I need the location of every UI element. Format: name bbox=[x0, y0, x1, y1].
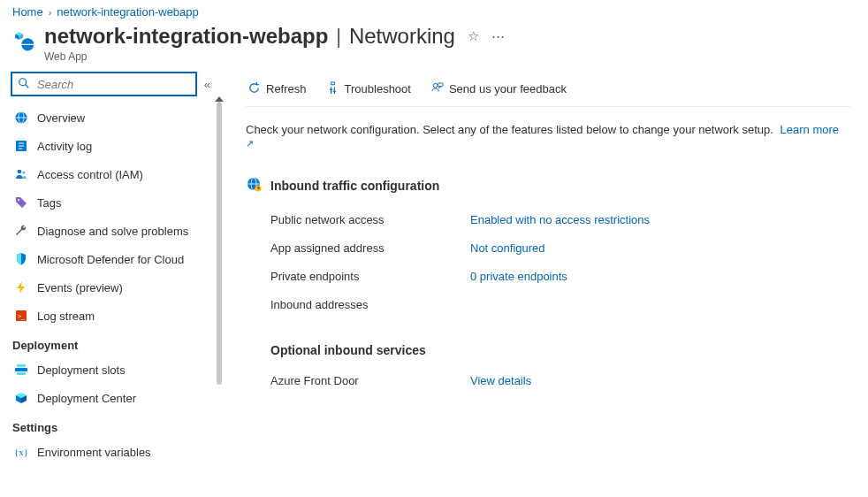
config-key: Private endpoints bbox=[270, 270, 470, 283]
slots-icon bbox=[14, 363, 28, 377]
page-subtitle: Web App bbox=[44, 50, 505, 63]
sidebar-item-events[interactable]: Events (preview) bbox=[9, 273, 219, 302]
svg-line-2 bbox=[26, 84, 29, 88]
inbound-icon bbox=[246, 176, 262, 195]
search-icon bbox=[18, 77, 30, 92]
config-row: Inbound addresses bbox=[270, 290, 850, 318]
config-row: Private endpoints 0 private endpoints bbox=[270, 262, 850, 290]
stream-icon: >_ bbox=[14, 309, 28, 323]
wrench-icon bbox=[14, 224, 28, 238]
globe-icon bbox=[14, 111, 28, 125]
config-key: Azure Front Door bbox=[270, 374, 470, 387]
svg-rect-16 bbox=[17, 364, 26, 367]
breadcrumb-resource[interactable]: network-integration-webapp bbox=[57, 5, 198, 19]
sidebar-item-tags[interactable]: Tags bbox=[9, 188, 219, 217]
sidebar-item-diagnose[interactable]: Diagnose and solve problems bbox=[9, 217, 219, 245]
command-bar: Refresh Troubleshoot Send us your feedba… bbox=[246, 72, 850, 107]
config-row: Azure Front Door View details bbox=[270, 366, 850, 394]
log-icon bbox=[14, 139, 28, 153]
front-door-details-link[interactable]: View details bbox=[470, 374, 531, 387]
collapse-sidebar-icon[interactable]: « bbox=[204, 78, 216, 91]
external-link-icon: ↗ bbox=[246, 138, 254, 149]
sidebar-item-label: Environment variables bbox=[37, 446, 151, 459]
config-key: Public network access bbox=[270, 213, 470, 226]
config-key: App assigned address bbox=[270, 241, 470, 255]
intro-text: Check your network configuration. Select… bbox=[246, 123, 850, 149]
sidebar: « Overview Activity log Access control (… bbox=[0, 72, 219, 497]
sidebar-item-label: Deployment Center bbox=[37, 392, 136, 405]
main-panel: Refresh Troubleshoot Send us your feedba… bbox=[219, 72, 868, 497]
lightning-icon bbox=[14, 280, 28, 294]
svg-rect-19 bbox=[331, 81, 334, 84]
breadcrumb: Home › network-integration-webapp bbox=[0, 0, 868, 20]
svg-rect-15 bbox=[15, 368, 27, 371]
svg-rect-25 bbox=[438, 82, 443, 86]
sidebar-item-activity-log[interactable]: Activity log bbox=[9, 132, 219, 160]
sidebar-scrollbar[interactable] bbox=[217, 102, 222, 385]
sidebar-item-deployment-slots[interactable]: Deployment slots bbox=[9, 356, 219, 384]
more-icon[interactable]: ⋯ bbox=[491, 28, 505, 44]
sidebar-item-label: Overview bbox=[37, 111, 85, 125]
feedback-icon bbox=[430, 81, 444, 97]
feedback-button[interactable]: Send us your feedback bbox=[429, 78, 568, 101]
sidebar-group-settings: Settings bbox=[9, 412, 219, 438]
svg-text:{x}: {x} bbox=[14, 447, 28, 457]
webapp-icon bbox=[12, 29, 35, 52]
sidebar-item-deployment-center[interactable]: Deployment Center bbox=[9, 384, 219, 412]
private-endpoints-link[interactable]: 0 private endpoints bbox=[470, 270, 567, 283]
sidebar-item-label: Deployment slots bbox=[37, 363, 126, 377]
tag-icon bbox=[14, 195, 28, 210]
breadcrumb-home[interactable]: Home bbox=[12, 5, 43, 19]
package-icon bbox=[14, 391, 28, 405]
svg-text:>_: >_ bbox=[17, 312, 26, 320]
people-icon bbox=[14, 167, 28, 181]
variable-icon: {x} bbox=[14, 445, 28, 459]
config-row: App assigned address Not configured bbox=[270, 233, 850, 262]
config-key: Inbound addresses bbox=[270, 298, 470, 311]
sidebar-item-log-stream[interactable]: >_ Log stream bbox=[9, 302, 219, 330]
sidebar-item-label: Access control (IAM) bbox=[37, 168, 143, 181]
sidebar-group-deployment: Deployment bbox=[9, 330, 219, 356]
inbound-config-table: Public network access Enabled with no ac… bbox=[270, 205, 850, 318]
sidebar-item-label: Activity log bbox=[37, 140, 92, 153]
sidebar-item-defender[interactable]: Microsoft Defender for Cloud bbox=[9, 245, 219, 273]
troubleshoot-icon bbox=[326, 81, 339, 97]
inbound-section-header: Inbound traffic configuration bbox=[246, 176, 850, 195]
svg-point-24 bbox=[433, 83, 438, 88]
sidebar-item-environment-variables[interactable]: {x} Environment variables bbox=[9, 438, 219, 466]
sidebar-item-label: Tags bbox=[37, 196, 61, 210]
shield-icon bbox=[14, 252, 28, 266]
chevron-right-icon: › bbox=[49, 7, 52, 18]
public-network-access-link[interactable]: Enabled with no access restrictions bbox=[470, 213, 650, 226]
refresh-icon bbox=[247, 81, 261, 97]
sidebar-item-label: Log stream bbox=[37, 310, 95, 323]
sidebar-search[interactable] bbox=[11, 72, 197, 96]
sidebar-item-label: Events (preview) bbox=[37, 281, 123, 294]
refresh-button[interactable]: Refresh bbox=[246, 78, 308, 101]
sidebar-item-label: Diagnose and solve problems bbox=[37, 225, 188, 238]
troubleshoot-button[interactable]: Troubleshoot bbox=[324, 78, 413, 101]
config-row: Public network access Enabled with no ac… bbox=[270, 205, 850, 233]
svg-rect-17 bbox=[17, 372, 26, 375]
sidebar-item-overview[interactable]: Overview bbox=[9, 103, 219, 132]
svg-point-12 bbox=[18, 199, 19, 201]
sidebar-item-label: Microsoft Defender for Cloud bbox=[37, 253, 184, 266]
search-input[interactable] bbox=[35, 77, 190, 92]
svg-point-1 bbox=[19, 78, 27, 85]
page-title: network-integration-webapp | Networking bbox=[44, 24, 455, 49]
svg-point-10 bbox=[18, 170, 22, 174]
optional-inbound-table: Azure Front Door View details bbox=[270, 366, 850, 394]
app-assigned-address-link[interactable]: Not configured bbox=[470, 241, 545, 255]
favorite-icon[interactable]: ☆ bbox=[468, 28, 479, 44]
sidebar-item-access-control[interactable]: Access control (IAM) bbox=[9, 160, 219, 188]
svg-point-11 bbox=[22, 171, 25, 173]
optional-inbound-header: Optional inbound services bbox=[270, 343, 850, 357]
page-header: network-integration-webapp | Networking … bbox=[0, 20, 868, 72]
